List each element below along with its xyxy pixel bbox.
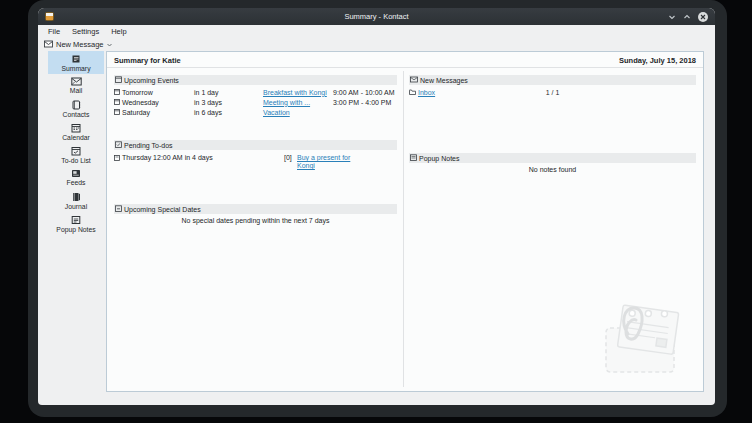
- menu-bar: File Settings Help: [38, 25, 715, 37]
- event-row: Wednesday in 3 days Meeting with ... 3:0…: [114, 97, 397, 107]
- event-date-icon: [114, 109, 120, 115]
- todo-when: Thursday 12:00 AM in 4 days: [114, 154, 284, 161]
- message-folder-row: Inbox 1 / 1: [409, 87, 696, 97]
- sidebar-item-label: To-do List: [61, 157, 90, 164]
- new-message-button[interactable]: New Message: [44, 40, 112, 50]
- kontact-app-icon: [45, 12, 54, 21]
- menu-item-help[interactable]: Help: [105, 27, 132, 36]
- menu-item-settings[interactable]: Settings: [66, 27, 105, 36]
- upcoming-events-icon: [115, 76, 122, 84]
- todo-row: Thursday 12:00 AM in 4 days [0] Buy a pr…: [114, 154, 397, 170]
- contacts-icon: [71, 100, 81, 110]
- summary-date: Sunday, July 15, 2018: [619, 56, 696, 65]
- kontact-watermark-logo: [598, 300, 688, 384]
- chevron-down-icon: [107, 40, 112, 49]
- minimize-icon[interactable]: [668, 13, 676, 21]
- sidebar-item-popup-notes[interactable]: Popup Notes: [48, 212, 104, 235]
- section-title: Popup Notes: [419, 155, 459, 162]
- sidebar-item-feeds[interactable]: Feeds: [48, 166, 104, 189]
- sidebar: Summary Mail Contacts Calendar To-do Lis…: [48, 51, 104, 392]
- event-link[interactable]: Vacation: [263, 109, 333, 116]
- event-day: Saturday: [114, 109, 194, 116]
- special-dates-empty-text: No special dates pending within the next…: [114, 217, 397, 224]
- left-column: Upcoming Events Tomorrow in 1 day Breakf…: [114, 71, 397, 389]
- special-dates-icon: [115, 205, 122, 213]
- maximize-icon[interactable]: [683, 13, 691, 21]
- kontact-window: Summary - Kontact File Settings Help New…: [38, 8, 715, 405]
- calendar-icon: [71, 123, 81, 133]
- close-icon[interactable]: [698, 12, 708, 22]
- feeds-icon: [71, 169, 81, 178]
- todo-list-icon: [71, 146, 81, 156]
- sidebar-item-todo-list[interactable]: To-do List: [48, 143, 104, 166]
- pending-todos-icon: [115, 141, 122, 149]
- window-title: Summary - Kontact: [38, 12, 715, 21]
- sidebar-item-summary[interactable]: Summary: [48, 51, 104, 74]
- window-controls: [668, 12, 708, 22]
- sidebar-item-journal[interactable]: Journal: [48, 189, 104, 212]
- event-row: Saturday in 6 days Vacation: [114, 107, 397, 117]
- menu-item-file[interactable]: File: [42, 27, 66, 36]
- popup-notes-section-icon: [410, 154, 417, 162]
- sidebar-item-label: Feeds: [67, 179, 86, 186]
- todo-link[interactable]: Buy a present for Kongi: [297, 154, 367, 170]
- section-title: Upcoming Special Dates: [124, 206, 201, 213]
- journal-icon: [71, 192, 81, 202]
- pending-todos-header: Pending To-dos: [114, 140, 397, 150]
- sidebar-item-label: Summary: [61, 65, 90, 72]
- new-messages-icon: [410, 76, 418, 84]
- popup-notes-icon: [71, 215, 81, 225]
- title-bar[interactable]: Summary - Kontact: [38, 8, 715, 25]
- event-link[interactable]: Meeting with ...: [263, 99, 333, 106]
- event-day: Tomorrow: [114, 89, 194, 96]
- event-link[interactable]: Breakfast with Kongi: [263, 89, 333, 96]
- summary-view: Summary for Katie Sunday, July 15, 2018 …: [106, 51, 704, 392]
- header-divider: [107, 67, 703, 68]
- sidebar-item-mail[interactable]: Mail: [48, 74, 104, 97]
- section-title: Upcoming Events: [124, 77, 179, 84]
- upcoming-events-header: Upcoming Events: [114, 75, 397, 85]
- special-dates-header: Upcoming Special Dates: [114, 204, 397, 214]
- new-messages-header: New Messages: [409, 75, 696, 85]
- mail-icon: [71, 77, 82, 86]
- todo-priority: [0]: [284, 154, 297, 161]
- event-time: 9:00 AM - 10:00 AM: [333, 89, 397, 96]
- todo-checkbox-icon: [114, 155, 120, 161]
- column-divider: [403, 71, 404, 387]
- summary-view-header: Summary for Katie Sunday, July 15, 2018: [114, 56, 696, 65]
- popup-notes-header: Popup Notes: [409, 153, 696, 163]
- sidebar-item-label: Popup Notes: [56, 226, 95, 233]
- section-title: New Messages: [420, 77, 468, 84]
- event-row: Tomorrow in 1 day Breakfast with Kongi 9…: [114, 87, 397, 97]
- popup-notes-empty-text: No notes found: [409, 166, 696, 173]
- right-column: New Messages Inbox 1 / 1 Popup Notes No …: [409, 71, 696, 389]
- event-day: Wednesday: [114, 99, 194, 106]
- event-when: in 3 days: [194, 99, 263, 106]
- event-when: in 1 day: [194, 89, 263, 96]
- event-date-icon: [114, 99, 120, 105]
- summary-title: Summary for Katie: [114, 56, 181, 65]
- sidebar-item-label: Journal: [65, 203, 87, 210]
- sidebar-item-label: Calendar: [62, 134, 90, 141]
- event-time: 3:00 PM - 4:00 PM: [333, 99, 397, 106]
- section-title: Pending To-dos: [124, 142, 173, 149]
- sidebar-item-calendar[interactable]: Calendar: [48, 120, 104, 143]
- sidebar-item-label: Contacts: [63, 111, 90, 118]
- sidebar-item-label: Mail: [70, 87, 82, 94]
- toolbar: New Message: [38, 37, 715, 52]
- sidebar-item-contacts[interactable]: Contacts: [48, 97, 104, 120]
- new-message-label: New Message: [56, 40, 104, 49]
- message-count: 1 / 1: [409, 89, 696, 96]
- new-message-icon: [44, 40, 53, 50]
- summary-icon: [71, 54, 81, 64]
- event-date-icon: [114, 89, 120, 95]
- event-when: in 6 days: [194, 109, 263, 116]
